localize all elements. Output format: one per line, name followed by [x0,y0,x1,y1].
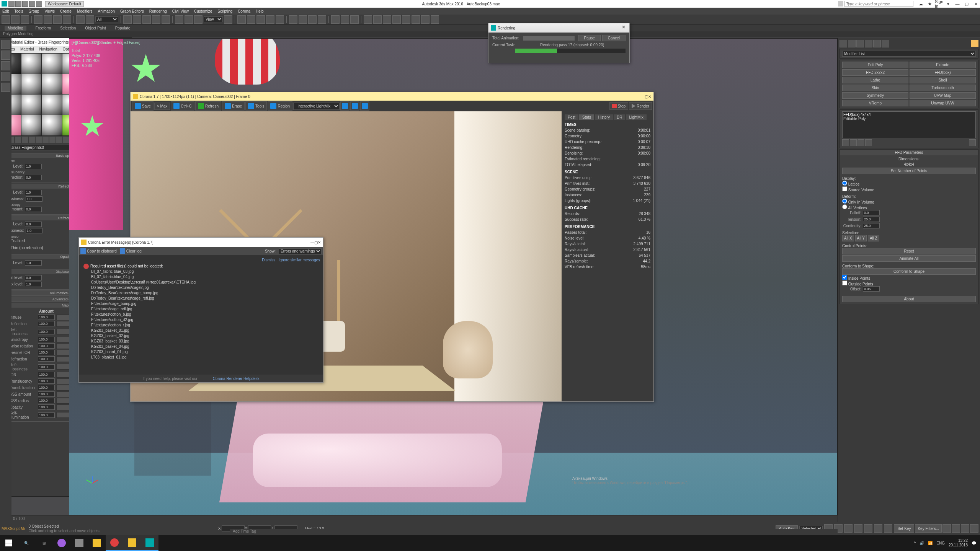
tray-icon[interactable]: 🔊 [920,541,924,545]
toolbar-button[interactable] [237,15,246,24]
dismiss-link[interactable]: Dismiss [262,258,275,262]
tab-display-icon[interactable] [873,40,881,47]
task-view-icon[interactable]: ⊞ [35,535,53,551]
next-key-icon[interactable] [844,524,853,533]
menu-edit[interactable]: Edit [2,9,9,13]
taskbar-app[interactable] [123,535,141,551]
set-key-button[interactable]: Set Key [894,524,914,533]
menu-modifiers[interactable]: Modifiers [77,9,93,13]
menu-group[interactable]: Group [29,9,39,13]
nav-icon[interactable] [952,524,960,533]
pause-button[interactable]: Pause [578,35,601,41]
animate-all-button[interactable]: Animate All [842,255,976,262]
toolbar-button[interactable] [392,15,401,24]
mod-btn[interactable]: FFD(box) [910,69,976,76]
stack-btn[interactable] [865,139,872,146]
region-button[interactable]: Region [268,101,292,111]
refresh-button[interactable]: Refresh [195,101,221,111]
toolbar-button[interactable] [44,15,52,24]
toolbar-button[interactable] [318,15,326,24]
mod-btn[interactable]: FFD 2x2x2 [842,69,908,76]
error-filter-dropdown[interactable]: Errors and warnings [279,248,322,254]
tab-hierarchy-icon[interactable] [856,40,864,47]
maximize-icon[interactable]: ▢ [314,240,318,245]
toolbar-button[interactable] [11,15,20,24]
menu-create[interactable]: Create [60,9,72,13]
time-slider[interactable]: 0 / 100 [11,515,838,522]
qat-redo-icon[interactable] [36,1,42,7]
toolbar-button[interactable] [431,15,439,24]
maximize-icon[interactable]: ▢ [645,95,648,99]
toolbar-button[interactable] [53,15,62,24]
language-indicator[interactable]: ENG [936,541,945,545]
nav-icon[interactable] [884,524,892,533]
toolbar-button[interactable] [350,15,359,24]
modifier-list-dropdown[interactable]: Modifier List [842,51,976,57]
coord-system-dropdown[interactable]: View [204,16,223,22]
menu-scripting[interactable]: Scripting [217,9,232,13]
erase-button[interactable]: Erase [222,101,245,111]
add-time-tag[interactable]: Add Time Tag [233,529,256,535]
toolbar-button[interactable] [175,15,183,24]
taskbar-app[interactable] [88,535,106,551]
copy-button[interactable]: Ctrl+C [171,101,194,111]
ribbon-selection[interactable]: Selection [60,26,76,30]
menu-customize[interactable]: Customize [194,9,212,13]
minimize-icon[interactable]: — [310,240,314,245]
set-points-button[interactable]: Set Number of Points [842,168,976,174]
close-icon[interactable]: ✕ [318,240,321,245]
ignore-link[interactable]: Ignore similar messages [279,258,320,262]
minimize-icon[interactable]: — [641,95,645,99]
qat-save-icon[interactable] [22,1,28,7]
ribbon-freeform[interactable]: Freeform [36,26,51,30]
offset-spinner[interactable] [863,286,880,292]
maximize-icon[interactable]: ▢ [964,1,969,7]
falloff-spinner[interactable] [863,210,880,215]
nav-icon[interactable] [970,524,978,533]
toolbar-button[interactable] [2,15,10,24]
taskbar-app[interactable] [70,535,88,551]
all-verts-radio[interactable] [842,204,847,209]
mod-btn[interactable]: Unwrap UVW [910,100,976,106]
nav-icon[interactable] [874,524,882,533]
toolbar-button[interactable] [364,15,372,24]
mod-btn[interactable]: UVW Map [910,92,976,99]
taskbar-app-3dsmax[interactable] [141,535,158,551]
nav-icon[interactable] [864,524,872,533]
toolbar-button[interactable] [34,15,42,24]
stack-btn[interactable] [969,139,976,146]
toolbar-button[interactable] [142,15,151,24]
menu-tools[interactable]: Tools [14,9,23,13]
allz-button[interactable]: All Z [868,235,879,241]
toolbar-button[interactable] [194,15,203,24]
mod-btn[interactable]: VRomo [842,100,908,106]
stack-btn[interactable] [858,139,864,146]
tray-chevron-icon[interactable]: ^ [914,541,916,545]
toolbar-button[interactable] [21,15,29,24]
menu-views[interactable]: Views [44,9,55,13]
help-icon[interactable]: ▾ [946,1,951,7]
lattice-radio[interactable] [842,181,847,186]
nav-icon[interactable] [942,524,951,533]
tab-post[interactable]: Post [565,114,578,120]
mod-btn[interactable]: Skin [842,85,908,91]
qat-new-icon[interactable] [8,1,15,7]
toolbar-button[interactable] [266,15,274,24]
mod-btn[interactable]: Edit Poly [842,62,908,68]
tools-button[interactable]: Tools [245,101,267,111]
menu-rendering[interactable]: Rendering [149,9,167,13]
toolbar-button[interactable] [224,15,232,24]
tray-icon[interactable]: 📶 [928,541,933,545]
selection-filter-dropdown[interactable]: All [95,16,118,22]
taskbar-app[interactable] [53,535,70,551]
mod-btn[interactable]: Lathe [842,77,908,83]
ribbon-populate[interactable]: Populate [115,26,130,30]
ribbon-object-paint[interactable]: Object Paint [85,26,106,30]
toolbar-button[interactable] [276,15,284,24]
tab-lightmix[interactable]: LightMix [626,114,646,120]
tab-stats[interactable]: Stats [579,114,594,120]
toolbar-button[interactable] [86,15,94,24]
toolbar-button[interactable] [247,15,255,24]
tab-motion-icon[interactable] [865,40,872,47]
toolbar-button[interactable] [383,15,391,24]
